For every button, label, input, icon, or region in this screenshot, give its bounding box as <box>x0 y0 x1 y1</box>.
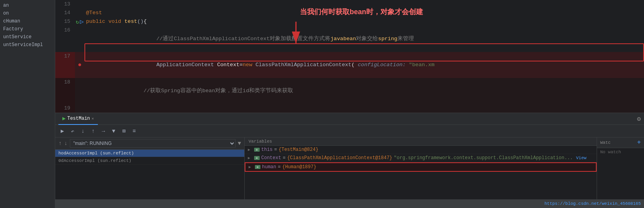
line-code-15: public void test(){ <box>84 17 644 26</box>
var-icon-context: ≡ <box>254 156 260 160</box>
gutter-18 <box>75 78 84 104</box>
variables-header: Variables <box>245 137 597 146</box>
gutter-19 <box>75 104 84 113</box>
sidebar-item-chuman[interactable]: cHuman <box>0 17 55 25</box>
var-item-context[interactable]: ▶ ≡ Context = {ClassPathXmlApplicationCo… <box>245 154 597 162</box>
line-code-18: //获取Spring容器中的bean对象，通过id和类字节码来获取 <box>84 78 644 104</box>
line-number-14: 14 <box>55 9 75 17</box>
gutter-16 <box>75 26 84 52</box>
options-button[interactable]: ≡ <box>130 127 138 135</box>
line-number-17: 17 <box>55 52 75 78</box>
gutter-13 <box>75 0 84 9</box>
var-expand-this[interactable]: ▶ <box>248 147 253 152</box>
var-name-human: human <box>262 164 276 170</box>
main-container: an on cHuman Factory untService untServi… <box>0 0 644 208</box>
debug-tabs: ▶ TestMain ✕ ⚙ <box>55 113 644 125</box>
debug-toolbar: ▶ ↷ ↓ ↑ → ▼ ⊞ ≡ <box>55 125 644 137</box>
debug-left-panel: ↑ ↓ "main": RUNNING ▼ hodAccessorImpl (s… <box>55 137 245 199</box>
step-over-button[interactable]: ↷ <box>69 127 77 135</box>
debug-tab-icon: ▶ <box>62 115 66 122</box>
settings-icon[interactable]: ⚙ <box>637 115 641 123</box>
var-icon-this: ≡ <box>254 148 260 152</box>
debug-content: ↑ ↓ "main": RUNNING ▼ hodAccessorImpl (s… <box>55 137 644 199</box>
debug-panel: ▶ TestMain ✕ ⚙ ▶ ↷ ↓ ↑ → ▼ ⊞ ≡ <box>55 113 644 199</box>
var-item-this[interactable]: ▶ ≡ this = {TestMain@824} <box>245 146 597 154</box>
modified-icon-17: ● <box>78 61 82 69</box>
gutter-17[interactable]: ● <box>75 52 84 78</box>
line-code-13 <box>84 0 644 9</box>
var-expand-context[interactable]: ▶ <box>248 156 253 160</box>
line-number-13: 13 <box>55 0 75 9</box>
sidebar-item-untservice[interactable]: untService <box>0 33 55 41</box>
no-watch-label: No watch <box>600 150 621 154</box>
breakpoint-arrow-15: ▷ <box>80 18 84 26</box>
line-number-19: 19 <box>55 104 75 113</box>
code-line-15: 15 ↻ ▷ public void test(){ <box>55 17 644 26</box>
var-name-this: this <box>261 147 273 152</box>
code-line-13: 13 <box>55 0 644 9</box>
var-value-context: {ClassPathXmlApplicationContext@1847} <box>287 155 392 161</box>
code-line-19: 19 Human human = Context.getBean( name: … <box>55 104 644 113</box>
line-number-16: 16 <box>55 26 75 52</box>
layout-button[interactable]: ⊞ <box>120 127 128 135</box>
sidebar-item-untserviceimpl[interactable]: untServiceImpl <box>0 41 55 49</box>
code-line-14: 14 @Test <box>55 9 644 17</box>
editor-area: 13 14 @Test 15 ↻ <box>55 0 644 113</box>
frame-up-button[interactable]: ↑ <box>58 140 62 147</box>
watch-panel: Watc + No watch <box>597 137 644 199</box>
debug-icon-15[interactable]: ↻ <box>76 19 79 25</box>
filter-button[interactable]: ▼ <box>110 127 118 135</box>
code-content: 13 14 @Test 15 ↻ <box>55 0 644 113</box>
variables-panel: Variables ▶ ≡ this = {TestMain@824} <box>245 137 597 199</box>
view-link-context[interactable]: View <box>576 156 586 160</box>
frame-selector: ↑ ↓ "main": RUNNING ▼ <box>55 137 244 150</box>
line-code-16: //通过ClassPathXmlApplicationContext对象加载配置… <box>84 26 644 52</box>
frame-dropdown-button[interactable]: ▼ <box>238 140 241 147</box>
var-value-human: {Human@1897} <box>282 164 316 170</box>
status-bar: https://blog.csdn.net/weixin_45608165 <box>55 199 644 208</box>
sidebar-item-an[interactable]: an <box>0 2 55 9</box>
var-item-human[interactable]: ▶ ≡ human = {Human@1897} <box>245 162 597 172</box>
line-number-18: 18 <box>55 78 75 104</box>
run-to-cursor-button[interactable]: → <box>99 127 107 135</box>
var-expand-human[interactable]: ▶ <box>249 165 253 169</box>
code-line-18: 18 //获取Spring容器中的bean对象，通过id和类字节码来获取 <box>55 78 644 104</box>
watch-add-button[interactable]: + <box>637 139 641 146</box>
call-stack-area: hodAccessorImpl (sun.reflect) 0dAccessor… <box>55 150 244 199</box>
stack-item-1[interactable]: hodAccessorImpl (sun.reflect) <box>55 150 244 157</box>
frame-down-button[interactable]: ↓ <box>64 140 67 147</box>
frame-select-dropdown[interactable]: "main": RUNNING <box>70 139 236 148</box>
status-url[interactable]: https://blog.csdn.net/weixin_45608165 <box>545 201 641 206</box>
var-value-this: {TestMain@824} <box>279 147 318 152</box>
code-line-16: 16 //通过ClassPathXmlApplicationContext对象加… <box>55 26 644 52</box>
var-equals-human: = <box>278 164 281 170</box>
debug-tab-testmain[interactable]: ▶ TestMain ✕ <box>58 113 98 125</box>
line-number-15: 15 <box>55 17 75 26</box>
var-name-context: Context <box>261 155 281 161</box>
sidebar-item-on[interactable]: on <box>0 9 55 17</box>
gutter-15[interactable]: ↻ ▷ <box>75 17 84 26</box>
tab-close-icon[interactable]: ✕ <box>92 116 94 121</box>
step-out-button[interactable]: ↑ <box>89 127 97 135</box>
watch-header: Watc + <box>597 137 644 148</box>
resume-button[interactable]: ▶ <box>58 127 66 135</box>
variables-content: ▶ ≡ this = {TestMain@824} ▶ ≡ Context = <box>245 146 597 199</box>
step-into-button[interactable]: ↓ <box>79 127 87 135</box>
line-code-17: ApplicationContext Context=new ClassPath… <box>84 52 644 78</box>
line-code-14: @Test <box>84 9 644 17</box>
sidebar-item-factory[interactable]: Factory <box>0 25 55 33</box>
stack-item-2[interactable]: 0dAccessorImpl (sun.reflect) <box>55 157 244 165</box>
debug-tab-label: TestMain <box>67 116 90 121</box>
var-icon-human: ≡ <box>255 165 260 169</box>
var-equals-this: = <box>274 147 277 152</box>
sidebar: an on cHuman Factory untService untServi… <box>0 0 55 208</box>
line-code-19: Human human = Context.getBean( name: "hu… <box>84 104 644 113</box>
gutter-14 <box>75 9 84 17</box>
var-extra-context: "org.springframework.context.support.Cla… <box>394 155 573 161</box>
watch-label: Watc <box>600 140 610 145</box>
code-lines: 13 14 @Test 15 ↻ <box>55 0 644 113</box>
code-line-17: 17 ● ApplicationContext Context=new Clas… <box>55 52 644 78</box>
var-equals-context: = <box>283 155 285 161</box>
